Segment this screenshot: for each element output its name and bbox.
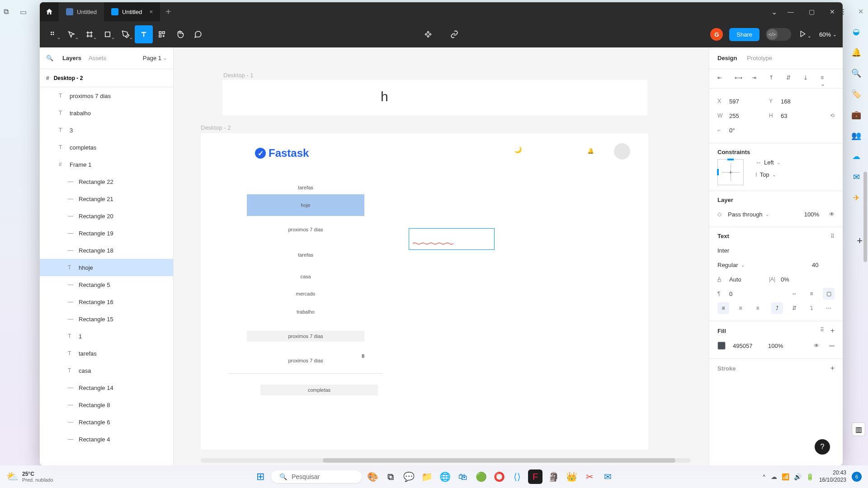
opera-icon[interactable]: ⭕: [492, 469, 506, 484]
user-avatar[interactable]: G: [710, 28, 723, 41]
chevron-down-icon[interactable]: ⌄: [768, 8, 780, 16]
blend-mode-dropdown[interactable]: Pass through⌄: [728, 211, 769, 218]
widgets-icon[interactable]: 🎨: [365, 469, 380, 484]
layer-row[interactable]: —Rectangle 14: [40, 379, 173, 396]
rotation-value[interactable]: 0°: [729, 127, 735, 134]
fill-styles-icon[interactable]: ⠿: [820, 327, 824, 335]
taskbar-search[interactable]: 🔍 Pesquisar: [271, 470, 362, 483]
current-frame-row[interactable]: # Desktop - 2: [40, 69, 173, 87]
overflow-icon[interactable]: ^: [763, 474, 765, 480]
assets-tab[interactable]: Assets: [89, 55, 106, 61]
bell-icon[interactable]: 🔔: [851, 47, 862, 58]
constraint-h-dropdown[interactable]: ↔Left⌄: [755, 159, 780, 166]
v-align-bottom-icon[interactable]: ⤵: [806, 302, 817, 314]
tab-untitled-2[interactable]: Untitled ×: [104, 2, 160, 21]
layer-row[interactable]: Thhoje: [40, 259, 173, 276]
layer-row[interactable]: #Frame 1: [40, 156, 173, 173]
devmode-toggle[interactable]: </>: [766, 28, 791, 41]
text-align-left-icon[interactable]: ≡: [717, 302, 729, 314]
outlook-icon[interactable]: ✉: [851, 172, 862, 183]
layer-row[interactable]: Tproximos 7 dias: [40, 87, 173, 104]
maximize-button[interactable]: ▢: [801, 2, 822, 21]
fill-opacity[interactable]: 100%: [768, 343, 791, 349]
font-size-input[interactable]: 40: [812, 262, 835, 268]
fixed-size-icon[interactable]: ▢: [823, 288, 835, 300]
people-icon[interactable]: 👥: [851, 130, 862, 141]
sidebar-add-icon[interactable]: +: [857, 235, 863, 247]
align-v-center-icon[interactable]: ⇵: [786, 75, 794, 83]
tag-icon[interactable]: 🏷️: [851, 89, 862, 99]
layer-opacity[interactable]: 100%: [804, 211, 819, 218]
x-value[interactable]: 597: [729, 98, 765, 105]
search-icon[interactable]: 🔍: [851, 68, 862, 79]
explorer-icon[interactable]: 📁: [420, 469, 434, 484]
sidebar-item-casa[interactable]: casa: [247, 271, 364, 282]
bing-icon[interactable]: ◒: [851, 26, 862, 37]
start-button[interactable]: ⊞: [253, 469, 268, 484]
text-tool[interactable]: [135, 25, 153, 43]
layer-row[interactable]: —Rectangle 21: [40, 190, 173, 207]
paragraph-input[interactable]: 0: [729, 291, 765, 297]
align-h-center-icon[interactable]: ⟷: [735, 75, 743, 83]
bell-icon[interactable]: 🔔: [587, 148, 594, 154]
close-window-button[interactable]: ✕: [822, 2, 843, 21]
font-weight-dropdown[interactable]: Regular⌄: [717, 262, 745, 268]
system-clock[interactable]: 20:43 16/10/2023: [819, 469, 846, 483]
layer-row[interactable]: —Rectangle 19: [40, 225, 173, 242]
constraints-widget[interactable]: +: [717, 159, 744, 185]
auto-width-icon[interactable]: ↔: [788, 288, 800, 300]
weather-widget[interactable]: ⛅ 25°C Pred. nublado: [6, 471, 53, 483]
section-proximos-7[interactable]: proximos 7 dias: [247, 331, 364, 342]
book-icon[interactable]: ▭: [20, 8, 29, 17]
link-icon[interactable]: [445, 25, 463, 43]
layer-row[interactable]: —Rectangle 5: [40, 276, 173, 293]
section-completas[interactable]: completas: [260, 385, 378, 395]
briefcase-icon[interactable]: 💼: [851, 109, 862, 120]
text-styles-icon[interactable]: ⠿: [830, 233, 835, 239]
notification-badge[interactable]: 6: [852, 472, 862, 482]
search-icon[interactable]: 🔍: [46, 55, 53, 61]
tab-untitled-1[interactable]: Untitled: [59, 2, 104, 21]
taskview-icon[interactable]: ⧉: [383, 469, 398, 484]
distribute-icon[interactable]: ≡ ⌄: [821, 75, 829, 83]
figma-taskbar-icon[interactable]: F: [528, 469, 542, 484]
constraint-v-dropdown[interactable]: ITop⌄: [755, 171, 780, 178]
letter-spacing-input[interactable]: 0%: [781, 276, 789, 283]
sidebar-item-proximos[interactable]: proximos 7 dias: [247, 224, 364, 235]
layer-row[interactable]: —Rectangle 15: [40, 310, 173, 328]
new-tab-button[interactable]: +: [160, 7, 176, 17]
layer-row[interactable]: Tcompletas: [40, 139, 173, 156]
main-menu-button[interactable]: [44, 25, 62, 43]
h-value[interactable]: 63: [781, 113, 808, 119]
moon-icon[interactable]: 🌙: [514, 146, 522, 153]
frame-label-desktop-1[interactable]: Desktop - 1: [223, 72, 253, 79]
add-stroke-icon[interactable]: +: [830, 364, 835, 372]
link-wh-icon[interactable]: ⟲: [830, 113, 835, 119]
share-button[interactable]: Share: [729, 28, 760, 41]
layer-row[interactable]: —Rectangle 6: [40, 413, 173, 431]
layers-list[interactable]: Tproximos 7 diasTtrabalhoT3Tcompletas#Fr…: [40, 87, 173, 465]
sidebar-item-hoje[interactable]: hoje: [247, 194, 364, 216]
frame-desktop-1[interactable]: h: [222, 80, 647, 115]
close-tab-icon[interactable]: ×: [149, 8, 153, 15]
shape-tool[interactable]: [99, 25, 117, 43]
prototype-tab[interactable]: Prototype: [747, 55, 772, 61]
figma-vertical-scrollbar[interactable]: [863, 45, 867, 470]
frame-desktop-2[interactable]: ✓ Fastask 🌙 🔔 tarefas hoje proximos 7 di…: [201, 133, 648, 450]
align-top-icon[interactable]: ⤒: [769, 75, 777, 83]
align-left-icon[interactable]: ⇤: [717, 75, 726, 83]
vscode-icon[interactable]: ⟨⟩: [510, 469, 524, 484]
font-family-dropdown[interactable]: Inter: [717, 247, 729, 254]
layer-row[interactable]: —Rectangle 18: [40, 242, 173, 259]
text-h[interactable]: h: [381, 89, 388, 104]
design-tab[interactable]: Design: [717, 55, 737, 61]
frame-tool[interactable]: [80, 25, 99, 43]
fill-swatch[interactable]: [717, 342, 726, 350]
more-text-options-icon[interactable]: ⋯: [823, 302, 835, 314]
onedrive-icon[interactable]: ☁: [851, 151, 862, 162]
frame-label-desktop-2[interactable]: Desktop - 2: [201, 124, 231, 131]
y-value[interactable]: 168: [781, 98, 791, 105]
remove-fill-icon[interactable]: —: [829, 343, 835, 349]
v-align-top-icon[interactable]: ⤴: [771, 302, 783, 314]
line-height-input[interactable]: Auto: [729, 276, 765, 283]
